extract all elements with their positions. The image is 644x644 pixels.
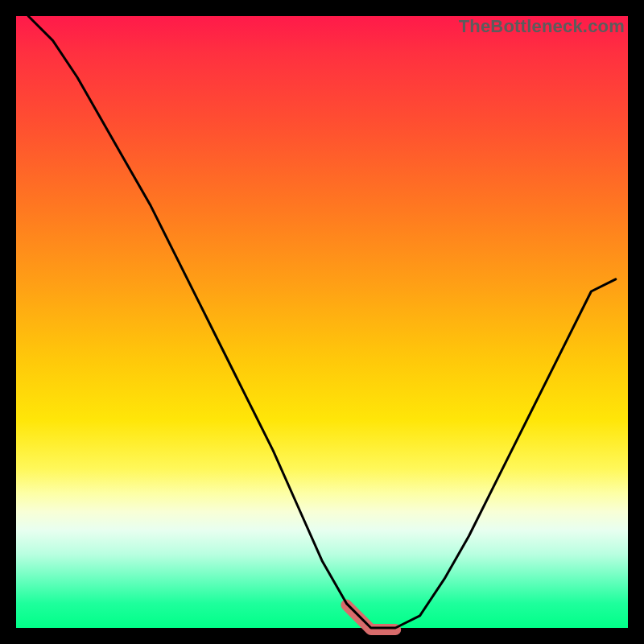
- chart-frame: TheBottleneck.com: [16, 16, 628, 628]
- plot-area: TheBottleneck.com: [16, 16, 628, 628]
- curve-svg: [16, 16, 628, 628]
- bottleneck-curve: [28, 16, 616, 628]
- optimal-range-highlight: [346, 605, 395, 630]
